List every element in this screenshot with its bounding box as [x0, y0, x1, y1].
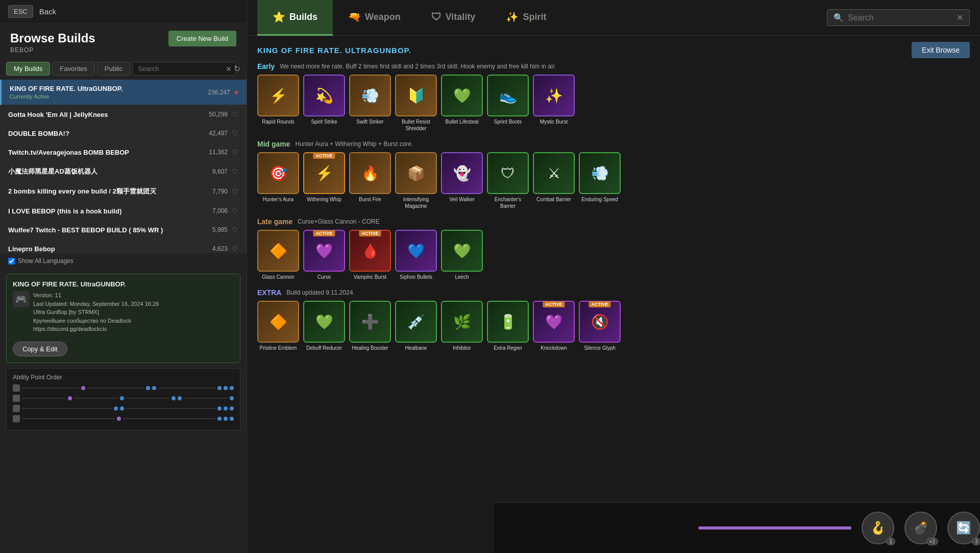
- item-icon: 💨: [591, 165, 609, 182]
- item-combat-barrier[interactable]: ⚔ Combat Barrier: [533, 152, 575, 209]
- heart-icon[interactable]: ♡: [232, 148, 238, 156]
- heart-icon[interactable]: ♡: [232, 129, 238, 137]
- item-healing-booster[interactable]: ➕ Healing Booster: [349, 301, 391, 351]
- tab-weapon[interactable]: 🔫 Weapon: [333, 0, 416, 36]
- clear-search-button[interactable]: ✕: [957, 13, 963, 22]
- item-mystic-burst[interactable]: ✨ Mystic Burst: [533, 75, 575, 132]
- heart-icon[interactable]: ♡: [232, 187, 238, 196]
- exit-browse-button[interactable]: Exit Browse: [912, 42, 970, 58]
- create-new-build-button[interactable]: Create New Build: [168, 31, 236, 46]
- item-pristine-emblem[interactable]: 🔶 Pristine Emblem: [257, 301, 299, 351]
- clear-search-button[interactable]: ✕: [226, 65, 232, 73]
- heart-icon[interactable]: ♡: [232, 226, 238, 234]
- heart-icon[interactable]: ♡: [232, 110, 238, 118]
- search-bar: 🔍 ✕: [827, 9, 970, 26]
- item-img: ACTIVE 🩸: [349, 230, 391, 272]
- ability-line: [123, 418, 216, 419]
- ability-3[interactable]: 🔄 3: [947, 512, 980, 544]
- item-icon: ⚡: [315, 165, 333, 182]
- build-item[interactable]: 小魔法师黑星星AD蒸饭机器人 9,607 ♡: [0, 162, 247, 182]
- item-debuff-reducer[interactable]: 💚 Debuff Reducer: [303, 301, 345, 351]
- esc-button[interactable]: ESC: [8, 5, 33, 18]
- tab-builds[interactable]: ⭐ Builds: [257, 0, 333, 36]
- show-all-languages-label[interactable]: Show All Languages: [18, 257, 74, 265]
- item-veil-walker[interactable]: 👻 Veil Walker: [441, 152, 483, 209]
- item-swift-striker[interactable]: 💨 Swift Striker: [349, 75, 391, 132]
- tab-spirit[interactable]: ✨ Spirit: [491, 0, 561, 36]
- build-item[interactable]: KING OF FIRE RATE. UltraGUNBOP. Currentl…: [0, 80, 247, 105]
- item-sprint-boots[interactable]: 👟 Sprint Boots: [487, 75, 529, 132]
- item-icon: ⚔: [548, 165, 560, 182]
- item-curse[interactable]: ACTIVE 💜 Curse: [303, 230, 345, 280]
- item-knockdown[interactable]: ACTIVE 💜 Knockdown: [533, 301, 575, 351]
- item-leech[interactable]: 💚 Leech: [441, 230, 483, 280]
- item-label: Veil Walker: [441, 196, 483, 203]
- ability-1-icon: 🪝: [870, 521, 886, 535]
- item-enchanters-barrier[interactable]: 🛡 Enchanter's Barrier: [487, 152, 529, 209]
- item-icon: 📦: [407, 165, 425, 182]
- tab-my-builds[interactable]: My Builds: [6, 62, 50, 76]
- tab-vitality[interactable]: 🛡 Vitality: [416, 0, 491, 36]
- search-input[interactable]: [848, 13, 952, 22]
- heart-icon[interactable]: ♡: [232, 245, 238, 253]
- ability-icon: [13, 384, 20, 392]
- show-all-languages-checkbox[interactable]: [8, 258, 15, 265]
- ability-1[interactable]: 🪝 1: [862, 512, 894, 544]
- item-img: ➕: [349, 301, 391, 343]
- item-bullet-resist-shredder[interactable]: 🔰 Bullet Resist Shredder: [395, 75, 437, 132]
- item-bullet-lifesteal[interactable]: 💚 Bullet Lifesteal: [441, 75, 483, 132]
- build-item[interactable]: I LOVE BEBOP (this is a hook build) 7,00…: [0, 202, 247, 221]
- item-label: Extra Regen: [487, 345, 529, 351]
- item-img: 👟: [487, 75, 529, 116]
- build-likes: 50,299: [209, 111, 228, 118]
- item-label: Debuff Reducer: [303, 345, 345, 351]
- item-inhibitor[interactable]: 🌿 Inhibitor: [441, 301, 483, 351]
- item-extra-regen[interactable]: 🔋 Extra Regen: [487, 301, 529, 351]
- active-badge: ACTIVE: [543, 301, 565, 307]
- build-item[interactable]: 2 bombs killing every one build / 2颗手雷就团…: [0, 182, 247, 202]
- item-spirit-strike[interactable]: 💫 Spirit Strike: [303, 75, 345, 132]
- item-rapid-rounds[interactable]: ⚡ Rapid Rounds: [257, 75, 299, 132]
- build-item[interactable]: Wulfee7 Twitch - BEST BEBOP BUILD ( 85% …: [0, 221, 247, 239]
- item-icon: 💜: [545, 314, 563, 330]
- build-item[interactable]: Gotta Hook 'Em All | JellyKnees 50,299 ♡: [0, 105, 247, 124]
- item-label: Siphon Bullets: [395, 274, 437, 280]
- build-likes: 7,790: [212, 188, 228, 195]
- build-title-text: KING OF FIRE RATE. UltraGUNBOP.: [257, 46, 411, 55]
- item-withering-whip[interactable]: ACTIVE ⚡ Withering Whip: [303, 152, 345, 209]
- ability-line: [74, 398, 118, 399]
- ability-dot: [230, 386, 234, 390]
- section-desc-mid: Hunter Aura + Withering Whip + Burst cor…: [296, 140, 413, 148]
- item-siphon-bullets[interactable]: 💙 Siphon Bullets: [395, 230, 437, 280]
- heart-icon[interactable]: ♡: [232, 167, 238, 176]
- item-silence-glyph[interactable]: ACTIVE 🔇 Silence Glyph: [579, 301, 621, 351]
- item-healbane[interactable]: 💉 Healbane: [395, 301, 437, 351]
- ability-2[interactable]: 💣 +2: [904, 512, 937, 544]
- build-name-text: 2 bombs killing every one build / 2颗手雷就团…: [8, 187, 212, 196]
- tab-vitality-label: Vitality: [446, 12, 476, 22]
- back-button[interactable]: Back: [39, 7, 56, 16]
- heart-icon[interactable]: ♥: [234, 88, 238, 97]
- build-item[interactable]: DOUBLE BOMBA!? 42,497 ♡: [0, 124, 247, 143]
- copy-edit-button[interactable]: Copy & Edit: [13, 342, 67, 356]
- build-item[interactable]: Linepro Bebop 4,623 ♡: [0, 239, 247, 253]
- tab-public[interactable]: Public: [97, 62, 130, 76]
- item-burst-fire[interactable]: 🔥 Burst Fire: [349, 152, 391, 209]
- refresh-button[interactable]: ↻: [234, 64, 240, 74]
- item-label: Combat Barrier: [533, 196, 575, 203]
- heart-icon[interactable]: ♡: [232, 207, 238, 215]
- top-nav: ⭐ Builds 🔫 Weapon 🛡 Vitality ✨ Spirit 🔍 …: [247, 0, 980, 36]
- item-vampiric-burst[interactable]: ACTIVE 🩸 Vampiric Burst: [349, 230, 391, 280]
- builds-search-input[interactable]: [132, 62, 236, 76]
- item-intensifying-magazine[interactable]: 📦 Intensifying Magazine: [395, 152, 437, 209]
- item-img: ⚔: [533, 152, 575, 194]
- section-desc-late: Curse+Glass Cannon - CORE: [298, 218, 379, 225]
- build-item[interactable]: Twitch.tv/Averagejonas BOMB BEBOP 11,362…: [0, 143, 247, 162]
- item-icon: 💚: [453, 87, 471, 104]
- item-img: 👻: [441, 152, 483, 194]
- tab-favorites[interactable]: Favorites: [52, 62, 94, 76]
- builds-list: KING OF FIRE RATE. UltraGUNBOP. Currentl…: [0, 80, 247, 253]
- item-enduring-speed[interactable]: 💨 Enduring Speed: [579, 152, 621, 209]
- item-glass-cannon[interactable]: 🔶 Glass Cannon: [257, 230, 299, 280]
- item-hunters-aura[interactable]: 🎯 Hunter's Aura: [257, 152, 299, 209]
